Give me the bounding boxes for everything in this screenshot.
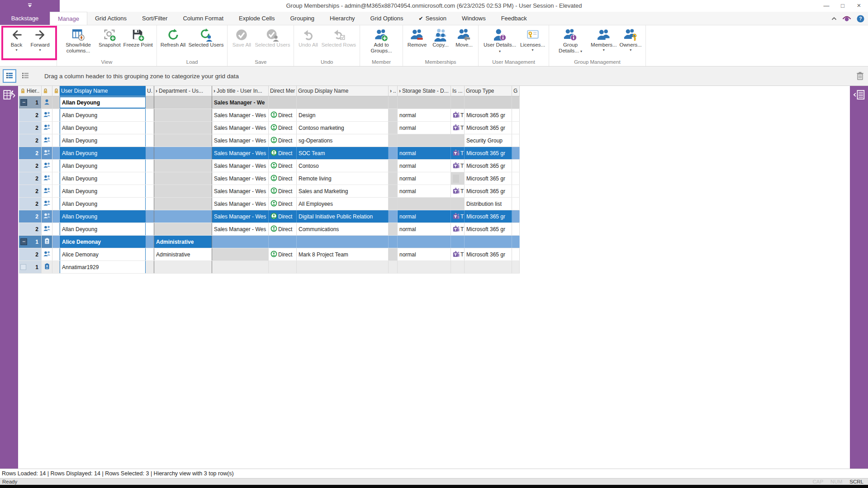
column-header-direct-member[interactable]: Direct Member (269, 86, 297, 96)
group-display-name-cell[interactable]: All Employees (297, 198, 389, 210)
group-type-cell[interactable]: Microsoft 365 gr (465, 109, 512, 121)
show-hide-columns-button[interactable]: Show/Hide columns... (59, 26, 97, 54)
group-display-name-cell[interactable]: Communications (297, 223, 389, 235)
direct-member-cell[interactable]: Direct (269, 160, 297, 172)
user-display-name-cell[interactable]: Allan Deyoung (60, 122, 146, 134)
direct-member-cell[interactable]: Direct (269, 210, 297, 223)
move-button[interactable]: Move... (452, 26, 476, 48)
grid-cell[interactable] (146, 109, 154, 121)
field-list-icon[interactable] (850, 86, 868, 100)
column-header-user-display-name[interactable]: User Display Name (60, 86, 146, 96)
grid-row[interactable]: 2Allan DeyoungSales Manager - WesDirectR… (19, 172, 520, 185)
tab-sort-filter[interactable]: Sort/Filter (134, 12, 175, 25)
department-cell[interactable] (154, 96, 212, 109)
group-display-name-cell[interactable] (297, 96, 389, 109)
right-collapsed-panel[interactable] (850, 86, 868, 469)
grid-cell[interactable] (512, 236, 520, 248)
group-details-button[interactable]: Group Details... ▾ (551, 26, 589, 54)
column-header-item[interactable]: ›... (389, 86, 398, 96)
column-header-locked[interactable] (42, 86, 52, 96)
grid-cell[interactable] (146, 185, 154, 197)
user-display-name-cell[interactable]: Allan Deyoung (60, 210, 146, 223)
storage-state-cell[interactable]: normal (398, 223, 451, 235)
direct-member-cell[interactable]: Direct (269, 223, 297, 235)
storage-state-cell[interactable]: normal (398, 147, 451, 159)
department-cell[interactable] (154, 109, 212, 121)
grid-cell[interactable] (52, 236, 60, 248)
group-display-name-cell[interactable]: Remote living (297, 172, 389, 185)
grid-cell[interactable] (512, 248, 520, 261)
department-cell[interactable] (154, 122, 212, 134)
left-collapsed-panel[interactable] (0, 86, 18, 469)
tab-windows[interactable]: Windows (454, 12, 493, 25)
back-button[interactable]: Back▾ (5, 26, 28, 52)
group-type-cell[interactable]: Microsoft 365 gr (465, 160, 512, 172)
grid-edit-icon[interactable] (0, 86, 18, 100)
grid-cell[interactable] (512, 172, 520, 185)
job-title-cell[interactable]: Sales Manager - Wes (212, 134, 269, 147)
grid-cell[interactable] (269, 261, 297, 273)
grid-cell[interactable] (389, 134, 398, 147)
storage-state-cell[interactable] (398, 236, 451, 248)
direct-member-cell[interactable]: Direct (269, 134, 297, 147)
row-indicator-cell[interactable]: 2 (19, 210, 42, 223)
grid-row[interactable]: 2Allan DeyoungSales Manager - WesDirectS… (19, 185, 520, 198)
department-cell[interactable]: Administrative (154, 248, 212, 261)
column-header-group-type[interactable]: Group Type (465, 86, 512, 96)
is-teams-cell[interactable] (451, 236, 465, 248)
refresh-all-button[interactable]: Refresh All (159, 26, 187, 48)
grid-cell[interactable] (146, 122, 154, 134)
column-header-s[interactable]: S (52, 86, 60, 96)
add-to-groups-button[interactable]: Add to Groups... (362, 26, 400, 54)
tab-hierarchy[interactable]: Hierarchy (322, 12, 363, 25)
grid-cell[interactable] (389, 223, 398, 235)
dropdown-caret-icon[interactable]: ▾ (15, 48, 17, 52)
job-title-cell[interactable]: Sales Manager - Wes (212, 198, 269, 210)
user-display-name-cell[interactable]: Allan Deyoung (60, 198, 146, 210)
job-title-cell[interactable]: Sales Manager - Wes (212, 172, 269, 185)
job-title-cell[interactable] (212, 236, 269, 248)
grid-cell[interactable] (389, 96, 398, 109)
grid-cell[interactable] (146, 261, 154, 273)
minimize-icon[interactable]: — (818, 0, 835, 12)
grid-cell[interactable] (389, 210, 398, 223)
group-display-name-cell[interactable] (297, 261, 389, 273)
job-title-cell[interactable]: Sales Manager - We (212, 96, 269, 109)
grid-row[interactable]: 2Allan DeyoungSales Manager - WesDirectC… (19, 223, 520, 236)
grid-cell[interactable] (52, 198, 60, 210)
user-display-name-cell[interactable]: Alice Demonay (60, 236, 146, 248)
direct-member-cell[interactable]: Direct (269, 109, 297, 121)
user-display-name-cell[interactable]: Allan Deyoung (60, 147, 146, 159)
tab-grouping[interactable]: Grouping (283, 12, 322, 25)
storage-state-cell[interactable]: normal (398, 160, 451, 172)
department-cell[interactable] (154, 134, 212, 147)
department-cell[interactable] (154, 172, 212, 185)
group-display-name-cell[interactable]: sg-Operations (297, 134, 389, 147)
grid-cell[interactable] (52, 134, 60, 147)
storage-state-cell[interactable]: normal (398, 248, 451, 261)
tab-session[interactable]: ✔Session (411, 12, 454, 25)
grid-row[interactable]: 1Annatimar1929 (19, 261, 520, 274)
tab-backstage[interactable]: Backstage (0, 12, 50, 25)
row-checkbox[interactable] (20, 264, 26, 270)
column-header-u[interactable]: U... (146, 86, 154, 96)
grid-row[interactable]: 2Allan DeyoungSales Manager - WesDirectC… (19, 122, 520, 134)
collapse-ribbon-icon[interactable] (831, 17, 837, 20)
is-teams-cell[interactable] (451, 134, 465, 147)
row-indicator-cell[interactable]: 2 (19, 223, 42, 235)
is-teams-cell[interactable]: T (451, 210, 465, 223)
direct-member-cell[interactable]: Direct (269, 198, 297, 210)
grid-cell[interactable] (146, 248, 154, 261)
job-title-cell[interactable]: Sales Manager - Wes (212, 210, 269, 223)
grid-cell[interactable] (52, 122, 60, 134)
group-type-cell[interactable]: Microsoft 365 gr (465, 248, 512, 261)
grid-cell[interactable] (389, 109, 398, 121)
grid-cell[interactable] (389, 160, 398, 172)
grid-cell[interactable] (52, 160, 60, 172)
maximize-icon[interactable]: □ (835, 0, 851, 12)
user-display-name-cell[interactable]: Allan Deyoung (60, 223, 146, 235)
department-cell[interactable]: Administrative (154, 236, 212, 248)
members-button[interactable]: Members...▾ (589, 26, 618, 52)
grid-cell[interactable] (269, 236, 297, 248)
tab-explode-cells[interactable]: Explode Cells (231, 12, 283, 25)
